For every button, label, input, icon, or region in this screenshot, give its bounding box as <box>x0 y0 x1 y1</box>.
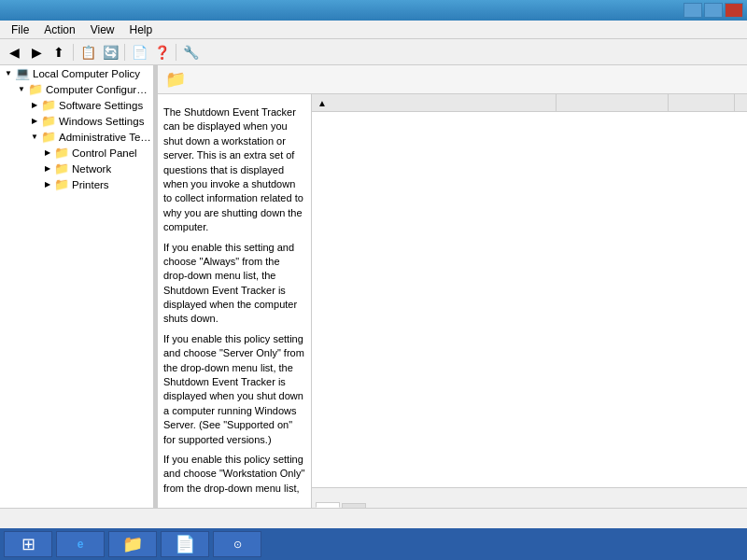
tree-icon-software-settings: 📁 <box>41 98 56 112</box>
nav-mmc-button[interactable]: ⊙ <box>213 531 261 557</box>
scroll-header-spacer <box>734 94 747 111</box>
settings-table-header: ▲ <box>312 94 747 112</box>
nav-notepad-button[interactable]: 📄 <box>161 531 209 557</box>
back-button[interactable]: ◀ <box>4 42 24 63</box>
properties-btn[interactable]: 📄 <box>129 42 149 63</box>
main-content: ▼💻Local Computer Policy▼📁Computer Config… <box>0 65 747 508</box>
tree-label-administrative-templates: Administrative Templates <box>59 132 151 143</box>
tree-toggle-administrative-templates[interactable]: ▼ <box>28 131 41 144</box>
tree-icon-computer-configuration: 📁 <box>28 82 43 96</box>
title-bar <box>0 0 747 21</box>
tree-label-software-settings: Software Settings <box>59 100 143 111</box>
col-header-comment <box>669 94 734 111</box>
description-panel: The Shutdown Event Tracker can be displa… <box>158 94 312 508</box>
tree-toggle-control-panel[interactable]: ▶ <box>41 147 54 160</box>
refresh-btn[interactable]: 🔄 <box>100 42 120 63</box>
tree-icon-local-computer-policy: 💻 <box>15 66 30 80</box>
toolbar-sep-2 <box>124 44 125 61</box>
description-text-4: If you enable this policy setting and ch… <box>163 453 305 496</box>
tree-item-administrative-templates[interactable]: ▼📁Administrative Templates <box>0 129 153 145</box>
tree-icon-printers: 📁 <box>54 177 69 191</box>
tree-icon-administrative-templates: 📁 <box>41 130 56 144</box>
nav-bar: ⊞ e 📁 📄 ⊙ <box>0 528 747 560</box>
tree-item-local-computer-policy[interactable]: ▼💻Local Computer Policy <box>0 65 153 81</box>
tree-toggle-printers[interactable]: ▶ <box>41 178 54 191</box>
content-area: The Shutdown Event Tracker can be displa… <box>158 94 747 508</box>
forward-button[interactable]: ▶ <box>26 42 47 63</box>
tree-label-printers: Printers <box>72 179 109 190</box>
tree-toggle-windows-settings[interactable]: ▶ <box>28 115 41 128</box>
tree-label-control-panel: Control Panel <box>72 147 137 159</box>
right-panel: 📁 The Shutdown Event Tracker can be disp… <box>158 65 747 508</box>
minimize-button[interactable] <box>684 3 702 18</box>
tree-label-local-computer-policy: Local Computer Policy <box>33 68 140 79</box>
description-text: The Shutdown Event Tracker can be displa… <box>163 105 305 235</box>
tree-icon-control-panel: 📁 <box>54 146 69 160</box>
description-text-2: If you enable this setting and choose "A… <box>163 241 305 327</box>
settings-list[interactable] <box>312 112 747 487</box>
toolbar-sep-1 <box>73 44 74 61</box>
menu-item-help[interactable]: Help <box>122 21 161 38</box>
menu-item-view[interactable]: View <box>83 21 122 38</box>
maximize-button[interactable] <box>704 3 723 18</box>
tree-item-software-settings[interactable]: ▶📁Software Settings <box>0 97 153 113</box>
up-button[interactable]: ⬆ <box>49 42 69 63</box>
settings-panel: ▲ <box>312 94 747 508</box>
tree-label-computer-configuration: Computer Configuration <box>46 84 151 95</box>
tree-toggle-network[interactable]: ▶ <box>41 162 54 175</box>
menu-item-file[interactable]: File <box>4 21 36 38</box>
tree-item-windows-settings[interactable]: ▶📁Windows Settings <box>0 113 153 129</box>
tree-item-printers[interactable]: ▶📁Printers <box>0 176 153 192</box>
tree-toggle-computer-configuration[interactable]: ▼ <box>15 83 28 96</box>
tree-icon-windows-settings: 📁 <box>41 114 56 128</box>
filter-btn[interactable]: 🔧 <box>180 42 201 63</box>
tree-label-windows-settings: Windows Settings <box>59 116 144 127</box>
tree-item-network[interactable]: ▶📁Network <box>0 161 153 176</box>
tree-item-control-panel[interactable]: ▶📁Control Panel <box>0 145 153 161</box>
tree-label-network: Network <box>72 163 111 175</box>
tree-toggle-software-settings[interactable]: ▶ <box>28 99 41 112</box>
close-button[interactable] <box>725 3 743 18</box>
tree-item-computer-configuration[interactable]: ▼📁Computer Configuration <box>0 81 153 97</box>
folder-icon: 📁 <box>165 69 186 90</box>
menu-bar: FileActionViewHelp <box>0 21 747 39</box>
system-folder-header: 📁 <box>158 65 747 94</box>
description-text-3: If you enable this policy setting and ch… <box>163 332 305 447</box>
show-hide-btn[interactable]: 📋 <box>78 42 98 63</box>
title-bar-controls <box>684 3 743 18</box>
bottom-tabs <box>312 487 747 508</box>
menu-item-action[interactable]: Action <box>36 21 82 38</box>
help-btn[interactable]: ❓ <box>151 42 172 63</box>
tree-icon-network: 📁 <box>54 161 69 175</box>
toolbar-sep-3 <box>176 44 176 61</box>
toolbar: ◀ ▶ ⬆ 📋 🔄 📄 ❓ 🔧 <box>0 39 747 65</box>
status-bar <box>0 508 747 528</box>
nav-ie-button[interactable]: e <box>56 531 105 557</box>
col-header-setting: ▲ <box>312 94 557 111</box>
tree-toggle-local-computer-policy[interactable]: ▼ <box>2 67 15 80</box>
col-header-state <box>557 94 669 111</box>
tree-panel: ▼💻Local Computer Policy▼📁Computer Config… <box>0 65 154 508</box>
nav-start-button[interactable]: ⊞ <box>4 531 52 557</box>
nav-explorer-button[interactable]: 📁 <box>108 531 157 557</box>
